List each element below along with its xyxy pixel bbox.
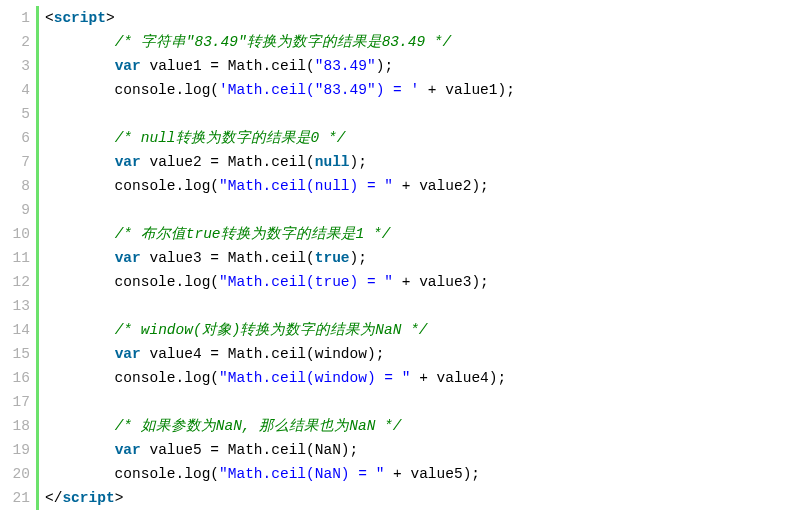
code-block: 123456789101112131415161718192021 <scrip… [0, 0, 800, 516]
token-tag: script [62, 490, 114, 506]
code-line [45, 294, 515, 318]
token-ident: + value4); [410, 370, 506, 386]
token-kw: var [115, 250, 141, 266]
code-line: var value4 = Math.ceil(window); [45, 342, 515, 366]
token-ident [45, 106, 54, 122]
token-punct: > [115, 490, 124, 506]
token-ident [45, 298, 54, 314]
token-ident: console.log( [45, 178, 219, 194]
line-number: 17 [8, 390, 30, 414]
code-line [45, 390, 515, 414]
token-ident [45, 418, 115, 434]
token-cmt: /* 布尔值true转换为数字的结果是1 */ [115, 226, 391, 242]
line-number: 11 [8, 246, 30, 270]
code-line: /* null转换为数字的结果是0 */ [45, 126, 515, 150]
token-kw: var [115, 58, 141, 74]
line-number: 7 [8, 150, 30, 174]
line-number: 10 [8, 222, 30, 246]
line-number: 1 [8, 6, 30, 30]
token-ident: console.log( [45, 274, 219, 290]
code-line: /* 如果参数为NaN, 那么结果也为NaN */ [45, 414, 515, 438]
token-ident [45, 130, 115, 146]
token-cmt: /* window(对象)转换为数字的结果为NaN */ [115, 322, 428, 338]
token-ident: console.log( [45, 370, 219, 386]
line-number: 9 [8, 198, 30, 222]
line-number: 12 [8, 270, 30, 294]
token-punct: </ [45, 490, 62, 506]
line-number: 13 [8, 294, 30, 318]
code-line: console.log("Math.ceil(NaN) = " + value5… [45, 462, 515, 486]
token-kw: var [115, 346, 141, 362]
code-line: /* 字符串"83.49"转换为数字的结果是83.49 */ [45, 30, 515, 54]
code-line: console.log('Math.ceil("83.49") = ' + va… [45, 78, 515, 102]
code-line: var value3 = Math.ceil(true); [45, 246, 515, 270]
line-number: 19 [8, 438, 30, 462]
token-ident [45, 154, 115, 170]
token-ident: ); [376, 58, 393, 74]
token-tag: script [54, 10, 106, 26]
line-number: 21 [8, 486, 30, 510]
code-line: console.log("Math.ceil(true) = " + value… [45, 270, 515, 294]
code-line: var value1 = Math.ceil("83.49"); [45, 54, 515, 78]
token-ident: ); [350, 250, 367, 266]
line-number: 3 [8, 54, 30, 78]
gutter-divider [36, 6, 39, 510]
token-ident: value2 = Math.ceil( [141, 154, 315, 170]
token-ident: ); [350, 154, 367, 170]
code-line: </script> [45, 486, 515, 510]
line-number: 16 [8, 366, 30, 390]
code-line: console.log("Math.ceil(window) = " + val… [45, 366, 515, 390]
token-ident: + value1); [419, 82, 515, 98]
token-ident: console.log( [45, 466, 219, 482]
line-number-gutter: 123456789101112131415161718192021 [0, 6, 36, 510]
token-str: "Math.ceil(true) = " [219, 274, 393, 290]
line-number: 2 [8, 30, 30, 54]
token-ident [45, 226, 115, 242]
token-ident: + value3); [393, 274, 489, 290]
token-str: "Math.ceil(window) = " [219, 370, 410, 386]
token-ident: value1 = Math.ceil( [141, 58, 315, 74]
token-str: "83.49" [315, 58, 376, 74]
code-line [45, 102, 515, 126]
token-ident [45, 34, 115, 50]
line-number: 5 [8, 102, 30, 126]
token-str: "Math.ceil(null) = " [219, 178, 393, 194]
token-ident [45, 202, 54, 218]
token-ident: + value5); [384, 466, 480, 482]
token-ident [45, 442, 115, 458]
code-line: /* window(对象)转换为数字的结果为NaN */ [45, 318, 515, 342]
token-ident [45, 322, 115, 338]
token-ident: + value2); [393, 178, 489, 194]
token-kw: var [115, 442, 141, 458]
token-ident: value4 = Math.ceil(window); [141, 346, 385, 362]
code-line: console.log("Math.ceil(null) = " + value… [45, 174, 515, 198]
token-cmt: /* null转换为数字的结果是0 */ [115, 130, 346, 146]
token-punct: > [106, 10, 115, 26]
line-number: 8 [8, 174, 30, 198]
token-bool: null [315, 154, 350, 170]
token-ident [45, 58, 115, 74]
token-ident: value3 = Math.ceil( [141, 250, 315, 266]
code-content: <script> /* 字符串"83.49"转换为数字的结果是83.49 */ … [45, 6, 515, 510]
token-ident: console.log( [45, 82, 219, 98]
token-ident: value5 = Math.ceil(NaN); [141, 442, 359, 458]
line-number: 18 [8, 414, 30, 438]
token-bool: true [315, 250, 350, 266]
line-number: 14 [8, 318, 30, 342]
code-line: /* 布尔值true转换为数字的结果是1 */ [45, 222, 515, 246]
line-number: 20 [8, 462, 30, 486]
code-line: var value5 = Math.ceil(NaN); [45, 438, 515, 462]
token-punct: < [45, 10, 54, 26]
token-ident [45, 394, 54, 410]
token-ident [45, 346, 115, 362]
code-line: <script> [45, 6, 515, 30]
line-number: 4 [8, 78, 30, 102]
token-cmt: /* 如果参数为NaN, 那么结果也为NaN */ [115, 418, 402, 434]
line-number: 6 [8, 126, 30, 150]
line-number: 15 [8, 342, 30, 366]
code-line: var value2 = Math.ceil(null); [45, 150, 515, 174]
code-line [45, 198, 515, 222]
token-str: 'Math.ceil("83.49") = ' [219, 82, 419, 98]
token-ident [45, 250, 115, 266]
token-cmt: /* 字符串"83.49"转换为数字的结果是83.49 */ [115, 34, 452, 50]
